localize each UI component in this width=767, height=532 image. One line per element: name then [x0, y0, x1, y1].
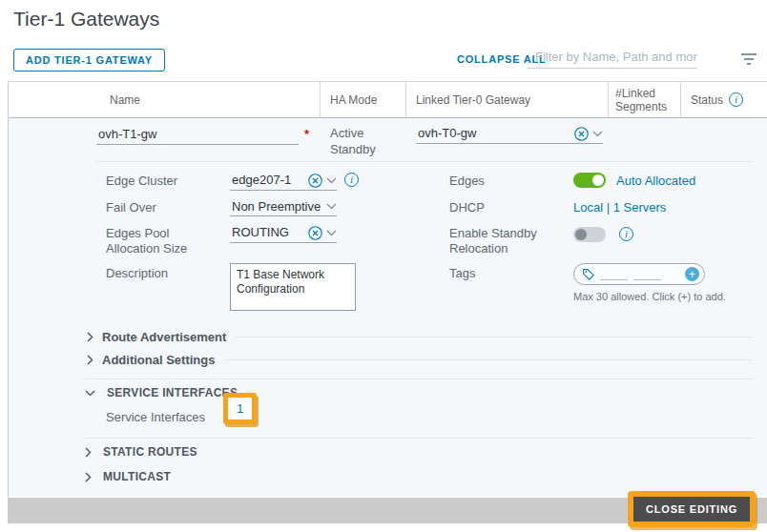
column-header-name: Name: [9, 82, 321, 117]
fail-over-label: Fail Over: [106, 200, 222, 215]
service-interfaces-expander[interactable]: SERVICE INTERFACES: [85, 386, 238, 399]
column-header-linked-tier0: Linked Tier-0 Gateway: [406, 82, 609, 117]
fail-over-select[interactable]: Non Preemptive: [230, 196, 337, 216]
chevron-down-icon[interactable]: [326, 230, 337, 236]
clear-selection-icon[interactable]: [308, 226, 322, 240]
chevron-right-icon: [87, 332, 93, 342]
clear-selection-icon[interactable]: [574, 127, 589, 141]
required-marker: *: [304, 127, 309, 141]
service-interfaces-label: Service Interfaces: [106, 410, 205, 425]
toggle-knob: [592, 174, 604, 186]
chevron-right-icon: [87, 355, 93, 365]
table-header-row: Name HA Mode Linked Tier-0 Gateway #Link…: [9, 82, 767, 118]
chevron-down-icon: [326, 203, 337, 210]
filter-field: [528, 48, 697, 69]
gateway-name-field: [96, 125, 299, 145]
linked-tier0-input[interactable]: [416, 126, 570, 142]
static-routes-expander[interactable]: STATIC ROUTES: [85, 445, 197, 459]
filter-icon[interactable]: [739, 52, 758, 66]
section-divider: [85, 438, 754, 439]
divider: [223, 359, 754, 360]
edge-cluster-combobox: [230, 171, 337, 191]
chevron-down-icon[interactable]: [326, 177, 337, 184]
page-title: Tier-1 Gateways: [13, 8, 159, 31]
gateways-table: Name HA Mode Linked Tier-0 Gateway #Link…: [8, 81, 767, 497]
edges-label: Edges: [449, 174, 569, 189]
edges-toggle[interactable]: [573, 173, 606, 188]
standby-relocation-label: Enable Standby Relocation: [449, 226, 569, 256]
close-editing-button[interactable]: CLOSE EDITING: [633, 497, 750, 522]
column-header-status: Status i: [681, 82, 767, 117]
dhcp-label: DHCP: [449, 200, 569, 215]
highlight-box-close-editing: CLOSE EDITING: [628, 491, 756, 527]
tier1-gateways-page: Tier-1 Gateways ADD TIER-1 GATEWAY COLLA…: [0, 0, 767, 532]
dhcp-servers-link[interactable]: Local | 1 Servers: [573, 200, 666, 215]
filter-input[interactable]: [528, 48, 697, 68]
gateway-edit-row: * Active Standby Edge Cluster i Fail Ove…: [9, 118, 767, 497]
tag-value-input[interactable]: [633, 268, 661, 280]
edges-pool-label: Edges Pool Allocation Size: [106, 226, 222, 256]
multicast-expander[interactable]: MULTICAST: [85, 470, 171, 483]
status-info-icon[interactable]: i: [729, 92, 743, 107]
tags-hint: Max 30 allowed. Click (+) to add.: [573, 290, 726, 303]
edge-cluster-label: Edge Cluster: [106, 174, 222, 189]
chevron-right-icon: [85, 472, 92, 482]
edge-cluster-info-icon[interactable]: i: [344, 173, 359, 187]
edge-cluster-input[interactable]: [230, 173, 304, 189]
gateway-name-input[interactable]: [96, 127, 299, 143]
column-header-linked-segments: #Linked Segments: [609, 82, 681, 117]
edges-pool-combobox: [230, 223, 337, 243]
ha-mode-value: Active Standby: [330, 125, 399, 157]
tags-input-pill: +: [573, 263, 705, 285]
section-divider: [85, 379, 754, 379]
tags-label: Tags: [449, 266, 569, 281]
highlight-box-service-interfaces-count: 1: [223, 393, 257, 424]
description-textarea[interactable]: T1 Base Network Configuration: [230, 263, 356, 311]
row-divider: [96, 161, 754, 162]
chevron-right-icon: [85, 447, 92, 458]
chevron-down-icon: [85, 390, 95, 397]
edges-pool-input[interactable]: [230, 225, 304, 241]
route-advertisement-expander[interactable]: Route Advertisement: [87, 330, 754, 344]
tag-scope-input[interactable]: [600, 268, 628, 280]
clear-selection-icon[interactable]: [308, 174, 322, 188]
description-label: Description: [106, 266, 222, 281]
column-header-ha-mode: HA Mode: [321, 82, 406, 117]
additional-settings-expander[interactable]: Additional Settings: [87, 353, 754, 367]
linked-tier0-combobox: [416, 124, 603, 144]
chevron-down-icon[interactable]: [592, 131, 603, 137]
add-tag-button[interactable]: +: [685, 267, 699, 281]
toggle-knob: [575, 229, 587, 240]
standby-relocation-info-icon[interactable]: i: [619, 227, 633, 241]
edges-auto-allocated-link[interactable]: Auto Allocated: [616, 174, 695, 188]
add-tier1-gateway-button[interactable]: ADD TIER-1 GATEWAY: [13, 49, 165, 72]
service-interfaces-count-link[interactable]: 1: [228, 398, 252, 419]
tag-icon: [582, 268, 594, 280]
divider: [235, 337, 754, 338]
standby-relocation-toggle[interactable]: [573, 227, 606, 242]
